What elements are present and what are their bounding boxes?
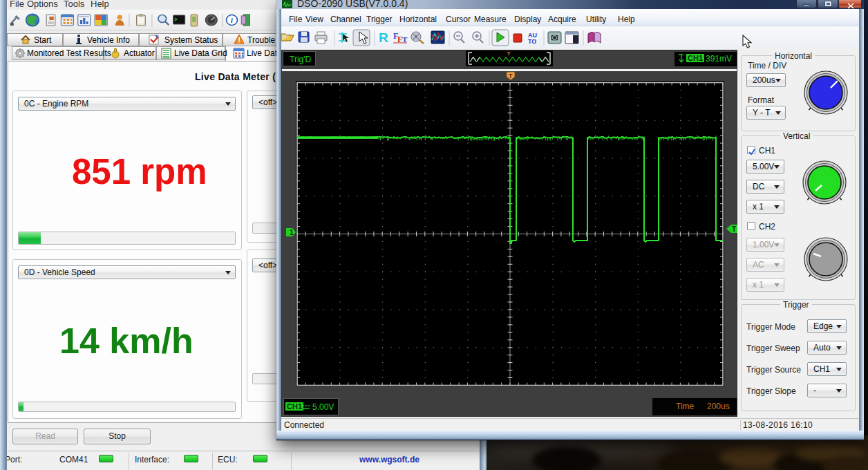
svg-text:1: 1 <box>290 229 294 236</box>
svg-text:T: T <box>507 51 511 56</box>
svg-text:R: R <box>379 30 388 45</box>
svg-text:T: T <box>402 35 408 44</box>
svg-text:TO: TO <box>528 38 536 45</box>
svg-text:T: T <box>732 225 736 233</box>
svg-text:T: T <box>509 73 513 79</box>
